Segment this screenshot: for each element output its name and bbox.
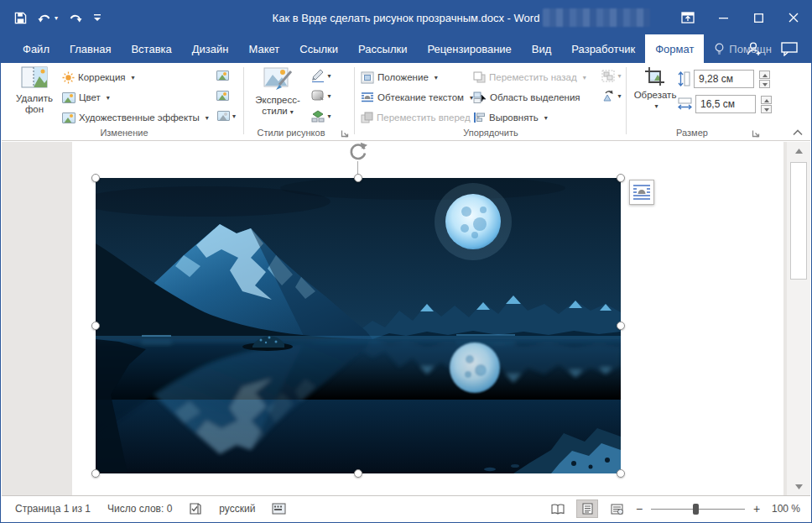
print-layout-button[interactable]: [576, 499, 598, 518]
tab-home[interactable]: Главная: [60, 34, 121, 63]
resize-handle-bottom-left[interactable]: [91, 469, 100, 478]
shape-width-input[interactable]: [695, 95, 756, 113]
picture-layout-button[interactable]: [307, 107, 336, 125]
zoom-out-button[interactable]: −: [635, 502, 643, 515]
quick-styles-icon: [263, 66, 293, 92]
picture-border-button[interactable]: [307, 66, 336, 85]
scroll-down-button[interactable]: [789, 479, 808, 494]
resize-handle-middle-right[interactable]: [617, 322, 625, 330]
zoom-level[interactable]: 100 %: [768, 503, 800, 515]
collapse-ribbon-button[interactable]: [789, 123, 807, 142]
position-button[interactable]: Положение: [361, 68, 438, 86]
night-landscape-image[interactable]: [96, 178, 621, 473]
maximize-button[interactable]: [741, 1, 776, 34]
resize-handle-top-right[interactable]: [617, 174, 625, 182]
tab-developer[interactable]: Разработчик: [561, 34, 645, 63]
minimize-icon: [719, 13, 728, 23]
share-icon[interactable]: [746, 41, 763, 56]
height-field-row: [678, 70, 770, 88]
scrollbar-thumb[interactable]: [790, 162, 807, 280]
maximize-icon: [754, 13, 763, 23]
remove-background-label: Удалить фон: [10, 93, 59, 115]
proofing-check-icon[interactable]: [189, 502, 202, 515]
tab-format-active[interactable]: Формат: [645, 34, 704, 63]
save-button[interactable]: [14, 12, 27, 24]
title-bar: Как в Врде сделать рисунок прозрачным.do…: [1, 1, 811, 34]
remove-background-button[interactable]: Удалить фон: [10, 66, 59, 115]
reset-picture-button[interactable]: [213, 107, 240, 125]
tab-design[interactable]: Дизайн: [182, 34, 239, 63]
size-dialog-launcher[interactable]: [752, 127, 762, 137]
word-count[interactable]: Число слов: 0: [107, 503, 172, 515]
remove-background-icon: [21, 66, 48, 90]
tab-file[interactable]: Файл: [13, 34, 60, 63]
group-label-picture-styles: Стили рисунков: [247, 128, 336, 138]
selection-pane-icon: [473, 92, 487, 104]
tab-references[interactable]: Ссылки: [289, 34, 348, 63]
width-spin-up[interactable]: [761, 96, 772, 104]
scroll-up-button[interactable]: [789, 144, 808, 159]
tab-view[interactable]: Вид: [522, 34, 562, 63]
corrections-button[interactable]: Коррекция: [62, 68, 135, 86]
zoom-slider-thumb[interactable]: [693, 504, 699, 515]
resize-handle-bottom-center[interactable]: [354, 469, 362, 478]
height-spin-down[interactable]: [759, 80, 770, 88]
tab-review[interactable]: Рецензирование: [417, 34, 521, 63]
send-backward-button[interactable]: Переместить назад: [473, 68, 586, 86]
shape-height-input[interactable]: [694, 70, 754, 88]
zoom-slider[interactable]: [651, 502, 745, 515]
group-objects-button[interactable]: [597, 66, 626, 85]
compress-picture-button[interactable]: [213, 66, 232, 85]
tab-mailings[interactable]: Рассылки: [348, 34, 417, 63]
ribbon-display-options-button[interactable]: [670, 1, 705, 34]
group-label-size: Размер: [629, 128, 755, 138]
undo-button[interactable]: [38, 12, 58, 24]
picture-styles-dialog-launcher[interactable]: [341, 127, 351, 137]
artistic-effects-button[interactable]: Художественные эффекты: [62, 108, 209, 127]
layout-options-button[interactable]: [629, 180, 654, 205]
rotate-objects-button[interactable]: [597, 86, 626, 105]
selection-pane-button[interactable]: Область выделения: [473, 88, 580, 107]
picture-effects-button[interactable]: [307, 86, 336, 105]
tab-layout[interactable]: Макет: [238, 34, 289, 63]
resize-handle-middle-left[interactable]: [91, 322, 100, 330]
selected-picture[interactable]: [96, 178, 621, 473]
resize-handle-top-left[interactable]: [91, 174, 100, 182]
quick-styles-button[interactable]: Экспресс-стили: [250, 66, 305, 118]
redo-button[interactable]: [69, 12, 82, 24]
customize-qat-button[interactable]: [93, 13, 102, 23]
scroll-down-icon: [795, 484, 803, 489]
layout-options-icon: [632, 183, 651, 201]
change-picture-button[interactable]: [213, 86, 232, 105]
read-mode-button[interactable]: [547, 499, 569, 518]
macro-record-icon[interactable]: [272, 503, 286, 515]
width-spinner[interactable]: [761, 96, 772, 113]
zoom-in-button[interactable]: +: [752, 502, 761, 515]
picture-effects-icon: [311, 90, 325, 102]
crop-icon: [644, 66, 666, 86]
tab-insert[interactable]: Вставка: [121, 34, 181, 63]
height-spin-up[interactable]: [759, 71, 770, 79]
wrap-text-label: Обтекание текстом: [377, 92, 464, 102]
web-layout-button[interactable]: [606, 499, 627, 518]
bring-forward-button[interactable]: Переместить вперед: [361, 108, 480, 127]
height-spinner[interactable]: [759, 71, 770, 88]
crop-button[interactable]: Обрезать: [632, 66, 678, 112]
page-indicator[interactable]: Страница 1 из 1: [15, 503, 91, 515]
quick-styles-label: Экспресс-стили: [250, 95, 305, 118]
vertical-scrollbar[interactable]: [787, 142, 810, 496]
width-spin-down[interactable]: [761, 105, 772, 113]
align-button[interactable]: Выровнять: [473, 108, 548, 127]
resize-handle-top-center[interactable]: [354, 174, 362, 182]
language-indicator[interactable]: русский: [219, 503, 255, 515]
selection-pane-label: Область выделения: [490, 92, 580, 102]
rotation-handle[interactable]: [348, 142, 368, 161]
group-objects-icon: [601, 70, 615, 82]
close-button[interactable]: [776, 1, 811, 34]
resize-handle-bottom-right[interactable]: [617, 469, 625, 478]
wrap-text-button[interactable]: Обтекание текстом: [361, 88, 473, 107]
color-button[interactable]: Цвет: [62, 88, 110, 107]
color-icon: [62, 92, 75, 103]
comments-icon[interactable]: [781, 42, 798, 56]
minimize-button[interactable]: [705, 1, 741, 34]
